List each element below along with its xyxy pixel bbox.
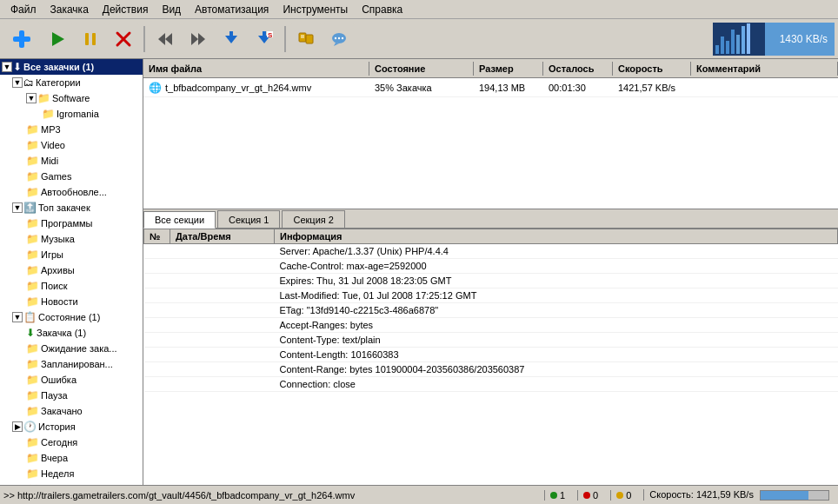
sidebar-item-archives-label: Архивы	[41, 265, 75, 275]
sidebar-item-week[interactable]: 📁 Неделя	[0, 466, 143, 481]
stop-button[interactable]	[108, 23, 139, 55]
col-header-remain[interactable]: Осталось	[543, 62, 613, 76]
menu-automation[interactable]: Автоматизация	[188, 2, 276, 17]
sidebar-item-autoupdate[interactable]: 📁 Автообновле...	[0, 184, 143, 200]
download1-button[interactable]	[216, 23, 247, 55]
sidebar-item-news[interactable]: 📁 Новости	[0, 294, 143, 309]
svg-marker-2	[52, 32, 64, 46]
comment-button[interactable]	[323, 23, 355, 55]
file-name-text: t_bfbadcompany_vr_gt_h264.wmv	[165, 83, 311, 93]
log-row: Cache-Control: max-age=2592000	[144, 259, 838, 274]
col-header-state[interactable]: Состояние	[369, 62, 474, 76]
sidebar-item-month[interactable]: 📁 Месяц	[0, 481, 143, 485]
sidebar-item-igromania[interactable]: 📁 Igromania	[0, 106, 143, 122]
sidebar-item-scheduled[interactable]: 📁 Запланирован...	[0, 356, 143, 372]
sidebar-item-software[interactable]: ▼ 📁 Software	[0, 90, 143, 106]
sidebar-item-history-label: История	[38, 421, 76, 432]
download1-icon	[222, 30, 241, 49]
sidebar-item-categories[interactable]: ▼ 🗂 Категории	[0, 75, 143, 90]
expand-history[interactable]: ▶	[12, 421, 23, 432]
menu-actions[interactable]: Действия	[96, 2, 156, 17]
add-button[interactable]	[3, 22, 40, 56]
sidebar-item-today[interactable]: 📁 Сегодня	[0, 434, 143, 450]
log-datetime	[170, 288, 275, 303]
pause-button[interactable]	[75, 23, 106, 55]
start-button[interactable]	[42, 23, 73, 55]
sidebar-item-top[interactable]: ▼ 🔝 Топ закачек	[0, 200, 143, 216]
svg-marker-7	[158, 33, 165, 45]
move-first-button[interactable]	[150, 23, 181, 55]
sidebar-item-mp3[interactable]: 📁 MP3	[0, 122, 143, 137]
log-datetime	[170, 318, 275, 333]
file-comment	[691, 86, 838, 90]
sidebar-item-games[interactable]: 📁 Games	[0, 169, 143, 184]
sidebar-item-igry[interactable]: 📁 Игры	[0, 247, 143, 262]
sidebar-item-today-label: Сегодня	[41, 437, 77, 448]
sidebar-item-games-label: Games	[41, 171, 71, 182]
history-icon: 🕐	[23, 421, 37, 433]
table-row[interactable]: 🌐 t_bfbadcompany_vr_gt_h264.wmv 35% Зака…	[143, 78, 838, 97]
sidebar-item-month-label: Месяц	[41, 484, 70, 485]
paused-count: 0	[626, 490, 631, 501]
speed-display: 1430 KB/s	[713, 23, 835, 56]
tab-section-2[interactable]: Секция 2	[282, 210, 344, 228]
sidebar-item-programs[interactable]: 📁 Программы	[0, 216, 143, 231]
sidebar-item-done[interactable]: 📁 Закачано	[0, 403, 143, 419]
menu-file[interactable]: Файл	[3, 2, 43, 17]
music-icon: 📁	[26, 233, 39, 245]
move-first-icon	[156, 30, 175, 49]
menu-view[interactable]: Вид	[155, 2, 188, 17]
autoupdate-icon: 📁	[26, 186, 39, 198]
svg-rect-3	[85, 33, 89, 45]
sidebar-item-state[interactable]: ▼ 📋 Состояние (1)	[0, 309, 143, 325]
stop-icon	[114, 30, 133, 49]
pause-icon	[81, 30, 100, 49]
log-info: Last-Modified: Tue, 01 Jul 2008 17:25:12…	[275, 288, 838, 303]
sidebar-item-archives[interactable]: 📁 Архивы	[0, 262, 143, 278]
col-header-name[interactable]: Имя файла	[143, 62, 369, 76]
queue-button[interactable]	[290, 23, 322, 55]
sidebar-item-music-label: Музыка	[41, 234, 75, 244]
sidebar-item-pause[interactable]: 📁 Пауза	[0, 388, 143, 403]
sidebar-item-search[interactable]: 📁 Поиск	[0, 278, 143, 294]
status-badge-stopped: 0	[577, 490, 603, 501]
toolbar-separator-2	[284, 26, 286, 52]
toolbar: S 1430 KB/s	[0, 19, 838, 59]
svg-rect-14	[263, 31, 266, 36]
expand-software[interactable]: ▼	[26, 93, 37, 103]
sidebar-item-video[interactable]: 📁 Video	[0, 137, 143, 153]
sidebar-item-yesterday[interactable]: 📁 Вчера	[0, 450, 143, 466]
sidebar-item-downloading[interactable]: ⬇ Закачка (1)	[0, 325, 143, 341]
sidebar-item-midi[interactable]: 📁 Midi	[0, 153, 143, 169]
sidebar-item-music[interactable]: 📁 Музыка	[0, 231, 143, 247]
col-header-size[interactable]: Размер	[474, 62, 543, 76]
sidebar-item-history[interactable]: ▶ 🕐 История	[0, 419, 143, 434]
col-header-speed[interactable]: Скорость	[613, 62, 691, 76]
download2-button[interactable]: S	[249, 23, 280, 55]
sidebar-item-waiting[interactable]: 📁 Ожидание зака...	[0, 341, 143, 356]
menu-download[interactable]: Закачка	[43, 2, 96, 17]
pause-folder-icon: 📁	[26, 389, 39, 401]
menu-help[interactable]: Справка	[355, 2, 409, 17]
programs-icon: 📁	[26, 217, 39, 229]
tab-all-sections[interactable]: Все секции	[143, 211, 216, 229]
expand-categories[interactable]: ▼	[12, 77, 23, 88]
file-list-body: 🌐 t_bfbadcompany_vr_gt_h264.wmv 35% Зака…	[143, 78, 838, 209]
expand-top[interactable]: ▼	[12, 202, 23, 213]
add-icon	[10, 27, 34, 51]
expand-state[interactable]: ▼	[12, 312, 23, 322]
log-info: Content-Length: 101660383	[275, 348, 838, 362]
status-url: >> http://trailers.gametrailers.com/gt_v…	[3, 490, 537, 501]
log-row: Content-Length: 101660383	[144, 348, 838, 362]
log-content[interactable]: № Дата/Время Информация Server: Apache/1…	[143, 229, 838, 400]
sidebar-item-error[interactable]: 📁 Ошибка	[0, 372, 143, 388]
speed-graph	[713, 23, 765, 56]
expand-all[interactable]: ▼	[2, 62, 12, 72]
move-last-button[interactable]	[183, 23, 214, 55]
svg-text:S: S	[268, 31, 273, 39]
col-header-comment[interactable]: Комментарий	[691, 62, 838, 76]
menu-tools[interactable]: Инструменты	[276, 2, 355, 17]
sidebar-item-all[interactable]: ▼ ⬇ Все закачки (1)	[0, 59, 143, 75]
log-row: ETag: "13fd9140-c2215c3-486a6878"	[144, 303, 838, 318]
tab-section-1[interactable]: Секция 1	[217, 210, 280, 228]
